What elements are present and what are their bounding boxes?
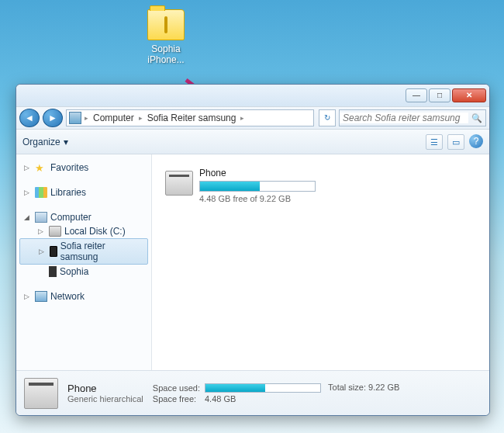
search-icon: 🔍	[468, 113, 485, 123]
chevron-down-icon: ▾	[64, 137, 68, 147]
capacity-fill	[200, 182, 260, 191]
space-free-value: 4.48 GB	[205, 394, 399, 404]
total-size-label: Total size:	[328, 383, 366, 392]
tree-local-disk-label: Local Disk (C:)	[64, 226, 126, 237]
total-size-value: 9.22 GB	[368, 383, 399, 392]
details-capacity-fill	[205, 384, 265, 392]
device-icon	[49, 266, 57, 277]
zipped-folder-icon	[147, 9, 185, 40]
disk-icon	[49, 226, 61, 237]
libraries-icon	[35, 187, 47, 198]
body-area: ▷ ★ Favorites ▷ Libraries ◢ Computer ▷ L…	[16, 154, 489, 370]
view-options-button[interactable]: ☰	[426, 134, 443, 150]
drive-icon	[165, 171, 193, 196]
desktop-folder[interactable]: Sophia iPhone...	[138, 9, 194, 65]
tree-libraries[interactable]: ▷ Libraries	[16, 185, 151, 199]
crumb-computer[interactable]: Computer	[88, 113, 139, 123]
crumb-device[interactable]: Sofia Reiter samsung	[143, 113, 241, 123]
search-box[interactable]: 🔍	[339, 109, 486, 126]
navigation-tree: ▷ ★ Favorites ▷ Libraries ◢ Computer ▷ L…	[16, 154, 152, 370]
star-icon: ★	[35, 162, 47, 173]
details-subtitle: Generic hierarchical	[67, 394, 143, 404]
collapse-icon: ▷	[24, 189, 32, 196]
phone-icon	[50, 246, 57, 257]
drive-free-text: 4.48 GB free of 9.22 GB	[199, 194, 320, 203]
tree-local-disk[interactable]: ▷ Local Disk (C:)	[16, 224, 151, 238]
details-title: Phone	[67, 383, 143, 394]
collapse-icon: ▷	[24, 164, 32, 171]
drive-phone[interactable]: Phone 4.48 GB free of 9.22 GB	[161, 164, 324, 207]
refresh-button[interactable]: ↻	[319, 109, 336, 126]
tree-network[interactable]: ▷ Network	[16, 289, 151, 303]
tree-libraries-label: Libraries	[50, 187, 86, 198]
tree-sophia[interactable]: Sophia	[16, 265, 151, 279]
network-icon	[35, 291, 47, 302]
minimize-button[interactable]: —	[406, 88, 427, 102]
explorer-window: — □ ✕ ◄ ► ▸ Computer ▸ Sofia Reiter sams…	[16, 84, 490, 416]
details-pane: Phone Generic hierarchical Space used: T…	[16, 370, 489, 415]
toolbar: Organize ▾ ☰ ▭ ?	[16, 130, 489, 154]
space-free-label: Space free:	[153, 394, 200, 404]
help-icon[interactable]: ?	[469, 134, 483, 148]
expand-icon: ◢	[24, 213, 32, 221]
address-bar: ◄ ► ▸ Computer ▸ Sofia Reiter samsung ▸ …	[16, 106, 489, 130]
tree-sofia-device-label: Sofia reiter samsung	[60, 241, 144, 262]
tree-sofia-device[interactable]: ▷ Sofia reiter samsung	[19, 238, 148, 265]
collapse-icon: ▷	[24, 293, 32, 300]
collapse-icon: ▷	[38, 227, 46, 235]
tree-favorites[interactable]: ▷ ★ Favorites	[16, 161, 151, 175]
preview-pane-button[interactable]: ▭	[447, 134, 464, 150]
chevron-right-icon: ▸	[240, 114, 244, 122]
maximize-button[interactable]: □	[429, 88, 450, 102]
titlebar: — □ ✕	[16, 85, 489, 106]
computer-icon	[35, 212, 47, 223]
organize-menu[interactable]: Organize ▾	[22, 137, 68, 147]
close-button[interactable]: ✕	[452, 88, 486, 102]
content-pane[interactable]: Phone 4.48 GB free of 9.22 GB	[152, 154, 489, 370]
details-drive-icon	[24, 378, 58, 409]
organize-label: Organize	[22, 137, 60, 147]
back-button[interactable]: ◄	[19, 109, 40, 127]
drive-info: Phone 4.48 GB free of 9.22 GB	[199, 168, 320, 203]
tree-network-label: Network	[50, 291, 85, 302]
desktop-folder-label: Sophia iPhone...	[138, 43, 194, 65]
collapse-icon: ▷	[39, 248, 47, 255]
space-used-value: Total size: 9.22 GB	[205, 383, 399, 393]
space-used-label: Space used:	[153, 383, 200, 393]
tree-sophia-label: Sophia	[60, 266, 88, 277]
search-input[interactable]	[340, 113, 468, 123]
drive-name: Phone	[199, 168, 320, 178]
capacity-bar	[199, 181, 316, 192]
breadcrumb-bar[interactable]: ▸ Computer ▸ Sofia Reiter samsung ▸	[66, 109, 314, 126]
forward-button[interactable]: ►	[43, 109, 63, 127]
tree-computer-label: Computer	[50, 212, 91, 223]
tree-computer[interactable]: ◢ Computer	[16, 210, 151, 224]
computer-icon	[69, 112, 81, 124]
details-capacity-bar	[205, 383, 321, 393]
tree-favorites-label: Favorites	[50, 162, 88, 173]
